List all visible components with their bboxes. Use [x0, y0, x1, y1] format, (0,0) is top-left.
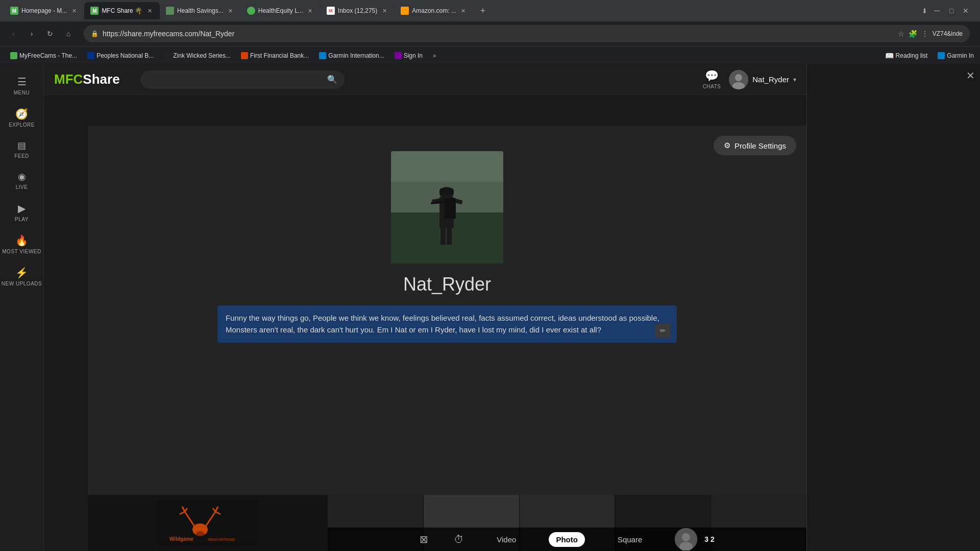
wildgame-logo: Wildgame INNOVATIONS [157, 500, 259, 546]
bookmark-myfreecams[interactable]: MyFreeCams - The... [6, 50, 81, 61]
svg-point-22 [682, 533, 690, 541]
logo-mfc: MFC [54, 71, 83, 87]
tab-close-2[interactable]: ✕ [145, 7, 154, 15]
sidebar-explore-label: Explore [9, 122, 35, 128]
reading-list[interactable]: 📖 Reading list [885, 52, 928, 60]
bookmark-zink[interactable]: Zink Wicked Series... [160, 50, 235, 61]
forward-button[interactable]: › [24, 27, 39, 41]
chats-label: CHATS [703, 84, 721, 89]
play-icon: ▶ [18, 202, 26, 214]
sidebar-feed-label: Feed [14, 153, 29, 159]
bookmark-peoples[interactable]: Peoples National B... [83, 50, 158, 61]
bio-text: Funny the way things go, People we think… [226, 314, 659, 334]
tab-homepage[interactable]: M Homepage - M... ✕ [4, 2, 84, 19]
sidebar-live-label: Live [16, 184, 28, 190]
browser-chrome: M Homepage - M... ✕ M MFC Share 🌴 ✕ Heal… [0, 0, 980, 64]
tab-mfcshare[interactable]: M MFC Share 🌴 ✕ [84, 2, 160, 19]
sidebar-most-viewed-label: Most Viewed [2, 249, 41, 254]
app-container: ☰ MENU 🧭 Explore ▤ Feed ◉ Live ▶ Play 🔥 … [0, 64, 980, 551]
new-tab-button[interactable]: + [476, 4, 490, 18]
sidebar-item-explore[interactable]: 🧭 Explore [0, 102, 43, 134]
sidebar-item-live[interactable]: ◉ Live [0, 165, 43, 196]
tab-close-1[interactable]: ✕ [70, 7, 78, 15]
tab-favicon-2: M [90, 7, 99, 15]
tab-close-4[interactable]: ✕ [306, 7, 314, 15]
search-input[interactable] [148, 76, 323, 84]
bookmarks-bar: MyFreeCams - The... Peoples National B..… [0, 46, 980, 64]
wildgame-svg: Wildgame INNOVATIONS [164, 504, 251, 542]
bio-edit-button[interactable]: ✏ [655, 324, 671, 338]
avatar [729, 70, 748, 89]
extension-puzzle-icon[interactable]: 🧩 [909, 30, 917, 38]
reload-button[interactable]: ↻ [43, 27, 57, 41]
lock-icon: 🔒 [91, 30, 99, 37]
garmin-bookmark-right[interactable]: Garmin In [938, 52, 974, 59]
bottom-avatar-svg [675, 528, 697, 550]
bio-container: Funny the way things go, People we think… [217, 305, 677, 343]
tab-favicon-1: M [10, 7, 18, 15]
no-image-icon[interactable]: ⊠ [420, 533, 428, 545]
maximize-button[interactable]: □ [945, 5, 958, 17]
bookmark-favicon-6 [395, 52, 402, 59]
menu-dots-icon[interactable]: ⋮ [921, 30, 928, 38]
bookmark-favicon-5 [319, 52, 326, 59]
more-bookmarks[interactable]: » [429, 50, 440, 61]
tab-gmail[interactable]: M Inbox (12,275) ✕ [321, 2, 395, 19]
minimize-button[interactable]: ─ [931, 5, 943, 17]
profile-image-container [391, 151, 503, 263]
search-icon: 🔍 [327, 75, 337, 84]
tab-healthequity[interactable]: HealthEquity L... ✕ [241, 2, 321, 19]
bookmark-favicon-1 [10, 52, 17, 59]
photo-type-button[interactable]: Photo [549, 532, 585, 547]
svg-point-18 [196, 531, 204, 536]
sidebar-play-label: Play [15, 217, 29, 222]
close-panel-button[interactable]: ✕ [966, 69, 975, 82]
tab-close-5[interactable]: ✕ [380, 7, 388, 15]
logo-share: Share [83, 71, 119, 87]
tab-health[interactable]: Health Savings... ✕ [160, 2, 241, 19]
profile-settings-label: Profile Settings [734, 141, 786, 150]
sidebar-item-play[interactable]: ▶ Play [0, 196, 43, 228]
bookmark-star-icon[interactable]: ☆ [898, 30, 904, 38]
profile-username: Nat_Ryder [403, 274, 491, 295]
video-type-button[interactable]: Video [489, 532, 523, 547]
no-timer-icon[interactable]: ⏱ [454, 534, 464, 545]
bottom-left: Wildgame INNOVATIONS [88, 495, 328, 551]
home-button[interactable]: ⌂ [61, 27, 76, 41]
sidebar-item-feed[interactable]: ▤ Feed [0, 134, 43, 165]
address-url: https://share.myfreecams.com/Nat_Ryder [103, 30, 894, 38]
search-box[interactable]: 🔍 [140, 70, 345, 89]
sidebar-menu[interactable]: ☰ MENU [0, 69, 43, 102]
tab-label-1: Homepage - M... [21, 7, 67, 14]
bottom-user-thumbnail [675, 528, 697, 550]
tab-label-6: Amazon.com: ... [412, 7, 456, 14]
back-button[interactable]: ‹ [6, 27, 20, 41]
sidebar-item-new-uploads[interactable]: ⚡ New Uploads [0, 260, 43, 293]
square-type-button[interactable]: Square [610, 532, 649, 547]
chats-button[interactable]: 💬 CHATS [703, 69, 721, 89]
close-window-button[interactable]: ✕ [960, 5, 972, 17]
avatar-image [729, 70, 748, 89]
tab-label-3: Health Savings... [177, 7, 224, 14]
tab-label-2: MFC Share 🌴 [102, 7, 142, 14]
search-container: 🔍 [140, 70, 345, 89]
sidebar-item-most-viewed[interactable]: 🔥 Most Viewed [0, 228, 43, 260]
bookmark-label-3: Zink Wicked Series... [173, 52, 231, 59]
svg-rect-15 [445, 198, 456, 219]
browser-controls: ‹ › ↻ ⌂ 🔒 https://share.myfreecams.com/N… [0, 21, 980, 46]
bookmark-label-4: First Financial Bank... [250, 52, 309, 59]
bookmark-firstfinancial[interactable]: First Financial Bank... [237, 50, 313, 61]
bookmark-garmin[interactable]: Garmin Internation... [315, 50, 388, 61]
bookmark-label-5: Garmin Internation... [328, 52, 384, 59]
feed-icon: ▤ [17, 140, 26, 151]
tab-close-3[interactable]: ✕ [227, 7, 235, 15]
user-menu[interactable]: Nat_Ryder ▾ [729, 70, 796, 89]
bookmark-signin[interactable]: Sign In [390, 50, 427, 61]
media-controls: ⊠ ⏱ Video Photo Square [328, 528, 806, 551]
tab-amazon[interactable]: Amazon.com: ... ✕ [395, 2, 474, 19]
downloads-icon[interactable]: ⬇ [920, 6, 929, 15]
logo[interactable]: MFC Share [54, 71, 120, 87]
address-bar[interactable]: 🔒 https://share.myfreecams.com/Nat_Ryder… [84, 25, 970, 42]
profile-settings-button[interactable]: ⚙ Profile Settings [714, 136, 796, 155]
tab-close-6[interactable]: ✕ [459, 7, 468, 15]
